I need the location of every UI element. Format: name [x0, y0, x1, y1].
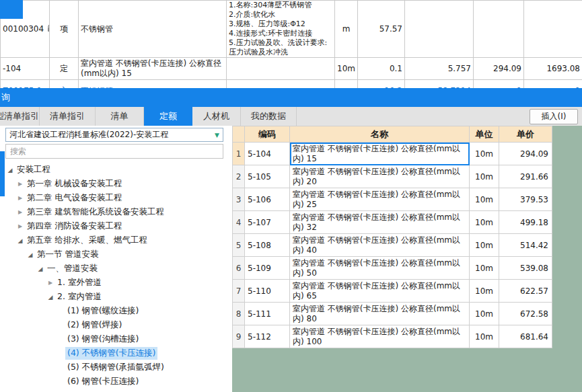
- quota-row[interactable]: 3 5-106 室内管道 不锈钢管(卡压连接) 公称直径(mm以内) 25 10…: [233, 188, 552, 211]
- insert-button[interactable]: 插入(I): [530, 109, 578, 124]
- tab-type-list-guide[interactable]: 型清单指引: [0, 107, 40, 126]
- quota-row-number[interactable]: 2: [233, 165, 245, 188]
- tree-item[interactable]: ◢第一节 管道安装: [0, 247, 232, 262]
- quota-unit-cell[interactable]: 10m: [470, 325, 499, 348]
- tree-item[interactable]: (2) 钢管(焊接): [0, 318, 232, 332]
- quota-price-cell[interactable]: 681.64: [499, 325, 552, 348]
- tab-quota[interactable]: 定额: [144, 107, 192, 126]
- tab-list[interactable]: 清单: [96, 107, 144, 126]
- quota-name-cell[interactable]: 室内管道 不锈钢管(卡压连接) 公称直径(mm以内) 20: [290, 165, 470, 188]
- quota-row[interactable]: 1 5-104 室内管道 不锈钢管(卡压连接) 公称直径(mm以内) 15 10…: [233, 143, 552, 165]
- bill-amount-cell[interactable]: [405, 1, 474, 58]
- bill-price-cell[interactable]: 294.09: [474, 58, 524, 80]
- quota-price-cell[interactable]: 294.09: [499, 143, 552, 165]
- bill-code-cell[interactable]: -104: [1, 58, 50, 80]
- quota-row[interactable]: 9 5-112 室内管道 不锈钢管(卡压连接) 公称直径(mm以内) 100 1…: [233, 325, 552, 348]
- quota-unit-cell[interactable]: 10m: [470, 165, 499, 188]
- bill-code-cell[interactable]: Z00175-1: [1, 80, 50, 89]
- bill-row[interactable]: -104 定 室内管道 不锈钢管(卡压连接) 公称直径(mm以内) 15 10m…: [1, 58, 582, 80]
- quota-code-cell[interactable]: 5-105: [245, 165, 290, 188]
- tree-item[interactable]: ▶第三章 建筑智能化系统设备安装工程: [0, 205, 232, 219]
- quota-name-cell[interactable]: 室内管道 不锈钢管(卡压连接) 公称直径(mm以内) 65: [290, 280, 470, 303]
- tab-my-data[interactable]: 我的数据: [241, 107, 297, 126]
- tab-list-guide[interactable]: 清单指引: [40, 107, 96, 126]
- bill-unit-cell[interactable]: m: [335, 80, 358, 89]
- quota-row-number[interactable]: 7: [233, 280, 245, 303]
- tree-item[interactable]: (1) 钢管(螺纹连接): [0, 304, 232, 318]
- quota-row-number[interactable]: 8: [233, 303, 245, 325]
- bill-name-cell[interactable]: 不锈钢管: [79, 1, 227, 58]
- bill-amount-cell[interactable]: 58.7214: [405, 80, 474, 89]
- quota-code-cell[interactable]: 5-110: [245, 280, 290, 303]
- bill-quantity-cell[interactable]: 10.2: [358, 80, 405, 89]
- quota-name-cell[interactable]: 室内管道 不锈钢管(卡压连接) 公称直径(mm以内) 50: [290, 257, 470, 280]
- bill-spec-cell[interactable]: [227, 58, 335, 80]
- quota-price-cell[interactable]: 672.58: [499, 303, 552, 325]
- tree-item[interactable]: ◢一、管道安装: [0, 262, 232, 276]
- bill-category-cell[interactable]: 项: [50, 1, 79, 58]
- tree-expanded-icon[interactable]: ◢: [36, 266, 45, 272]
- quota-unit-cell[interactable]: 10m: [470, 303, 499, 325]
- search-input[interactable]: [5, 144, 223, 159]
- tree-item-selected[interactable]: (4) 不锈钢管(卡压连接): [0, 346, 232, 360]
- tree-expanded-icon[interactable]: ◢: [5, 167, 15, 173]
- quota-row-number[interactable]: 1: [233, 143, 245, 165]
- quota-price-cell[interactable]: 514.42: [499, 234, 552, 257]
- quota-code-cell[interactable]: 5-112: [245, 325, 290, 348]
- quota-price-cell[interactable]: 499.18: [499, 211, 552, 234]
- quota-row[interactable]: 4 5-107 室内管道 不锈钢管(卡压连接) 公称直径(mm以内) 32 10…: [233, 211, 552, 234]
- bill-total-cell[interactable]: 0: [524, 80, 582, 89]
- tree-item[interactable]: (5) 不锈钢管(承插氩弧焊): [0, 360, 232, 375]
- bill-unit-cell[interactable]: m: [335, 1, 358, 58]
- quota-name-cell[interactable]: 室内管道 不锈钢管(卡压连接) 公称直径(mm以内) 15: [290, 143, 470, 165]
- quota-name-cell[interactable]: 室内管道 不锈钢管(卡压连接) 公称直径(mm以内) 80: [290, 303, 470, 325]
- tree-item[interactable]: ▶第二章 电气设备安装工程: [0, 191, 232, 205]
- bill-quantity-cell[interactable]: 57.57: [358, 1, 405, 58]
- quota-row-number[interactable]: 3: [233, 188, 245, 211]
- bill-total-cell[interactable]: 1693.08: [524, 58, 582, 80]
- bill-amount-cell[interactable]: 5.757: [405, 58, 474, 80]
- quota-unit-cell[interactable]: 10m: [470, 280, 499, 303]
- quota-code-cell[interactable]: 5-107: [245, 211, 290, 234]
- quota-name-cell[interactable]: 室内管道 不锈钢管(卡压连接) 公称直径(mm以内) 32: [290, 211, 470, 234]
- bill-quantity-cell[interactable]: 0.1: [358, 58, 405, 80]
- quota-price-cell[interactable]: 622.57: [499, 280, 552, 303]
- quota-row[interactable]: 5 5-108 室内管道 不锈钢管(卡压连接) 公称直径(mm以内) 40 10…: [233, 234, 552, 257]
- quota-row[interactable]: 8 5-111 室内管道 不锈钢管(卡压连接) 公称直径(mm以内) 80 10…: [233, 303, 552, 325]
- tab-labor-material-machine[interactable]: 人材机: [192, 107, 241, 126]
- quota-row[interactable]: 2 5-105 室内管道 不锈钢管(卡压连接) 公称直径(mm以内) 20 10…: [233, 165, 552, 188]
- quota-code-cell[interactable]: 5-106: [245, 188, 290, 211]
- quota-price-cell[interactable]: 379.53: [499, 188, 552, 211]
- tree-item[interactable]: ▶第四章 消防设备安装工程: [0, 219, 232, 233]
- tree-item[interactable]: (3) 钢管(沟槽连接): [0, 332, 232, 346]
- quota-name-cell[interactable]: 室内管道 不锈钢管(卡压连接) 公称直径(mm以内) 40: [290, 234, 470, 257]
- quota-unit-cell[interactable]: 10m: [470, 211, 499, 234]
- quota-row[interactable]: 6 5-109 室内管道 不锈钢管(卡压连接) 公称直径(mm以内) 50 10…: [233, 257, 552, 280]
- tree-item[interactable]: ▶1. 室外管道: [0, 276, 232, 290]
- quota-row-number[interactable]: 4: [233, 211, 245, 234]
- quota-code-cell[interactable]: 5-111: [245, 303, 290, 325]
- quota-row[interactable]: 7 5-110 室内管道 不锈钢管(卡压连接) 公称直径(mm以内) 65 10…: [233, 280, 552, 303]
- quota-standard-select[interactable]: 河北省建设工程消耗量标准(2022)-安装工程 ▼: [5, 128, 223, 142]
- tree-item[interactable]: (6) 钢管(卡压连接): [0, 375, 232, 389]
- bill-total-cell[interactable]: [524, 1, 582, 58]
- quota-code-cell[interactable]: 5-104: [245, 143, 290, 165]
- quota-unit-cell[interactable]: 10m: [470, 143, 499, 165]
- bill-row[interactable]: 00100304 项 不锈钢管 1.名称:304薄壁不锈钢管 2.介质:软化水 …: [1, 1, 582, 58]
- bill-name-cell[interactable]: 室内管道 不锈钢管(卡压连接) 公称直径(mm以内) 15: [79, 58, 227, 80]
- quota-name-cell[interactable]: 室内管道 不锈钢管(卡压连接) 公称直径(mm以内) 100: [290, 325, 470, 348]
- quota-unit-cell[interactable]: 10m: [470, 234, 499, 257]
- tree-collapsed-icon[interactable]: ▶: [15, 195, 25, 201]
- quota-code-cell[interactable]: 5-108: [245, 234, 290, 257]
- tree-item[interactable]: ▶第一章 机械设备安装工程: [0, 177, 232, 191]
- tree-item[interactable]: ◢2. 室内管道: [0, 290, 232, 304]
- bill-name-cell[interactable]: 不锈钢管: [79, 80, 227, 89]
- bill-spec-cell[interactable]: [227, 80, 335, 89]
- quota-row-number[interactable]: 6: [233, 257, 245, 280]
- quota-unit-cell[interactable]: 10m: [470, 257, 499, 280]
- quota-unit-cell[interactable]: 10m: [470, 188, 499, 211]
- tree-collapsed-icon[interactable]: ▶: [15, 223, 25, 229]
- bill-category-cell[interactable]: 主: [50, 80, 79, 89]
- tree-item[interactable]: ◢第五章 给排水、采暖、燃气工程: [0, 233, 232, 247]
- quota-price-cell[interactable]: 291.66: [499, 165, 552, 188]
